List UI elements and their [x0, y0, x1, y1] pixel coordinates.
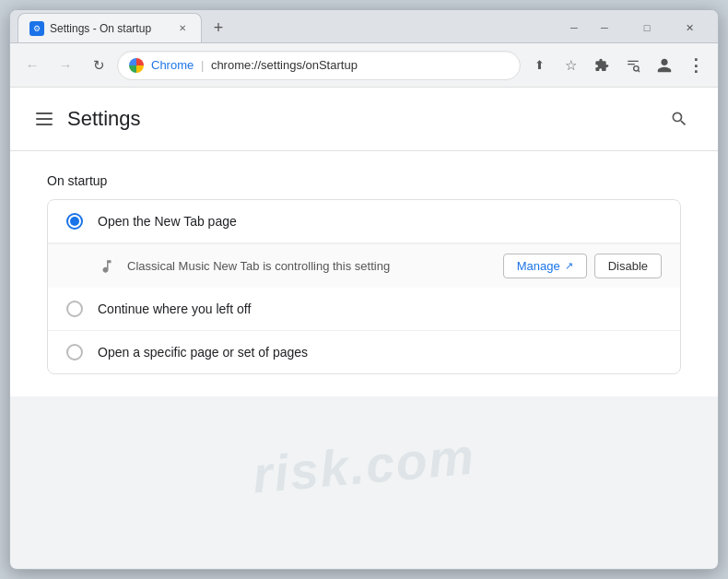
option-specific-page[interactable]: Open a specific page or set of pages — [48, 331, 680, 373]
tab-favicon: ⚙ — [29, 21, 44, 36]
settings-search-button[interactable] — [663, 102, 696, 136]
window-close-button[interactable]: ✕ — [668, 15, 710, 41]
toolbar-right-icons: ⬆ ☆ ⋮ — [524, 51, 710, 80]
startup-options-card: Open the New Tab page Classical Music Ne… — [47, 199, 681, 374]
address-url: chrome://settings/onStartup — [211, 58, 358, 72]
profile-button[interactable] — [650, 51, 679, 80]
page-wrapper: Settings On startup Open the New Tab pag… — [10, 88, 718, 569]
browser-toolbar: ← → ↻ Chrome | chrome://settings/onStart… — [10, 43, 718, 88]
active-tab[interactable]: ⚙ Settings - On startup ✕ — [18, 13, 202, 42]
hamburger-line-1 — [36, 112, 53, 114]
settings-title-row: Settings — [32, 107, 141, 131]
settings-body: On startup Open the New Tab page Classic… — [10, 151, 718, 396]
reload-button[interactable]: ↻ — [84, 51, 113, 80]
back-button[interactable]: ← — [18, 51, 47, 80]
radio-continue[interactable] — [66, 301, 83, 317]
hamburger-line-3 — [36, 124, 53, 125]
settings-header: Settings — [10, 88, 718, 151]
option-new-tab-label: Open the New Tab page — [98, 214, 237, 229]
option-new-tab[interactable]: Open the New Tab page — [48, 200, 680, 243]
option-continue-label: Continue where you left off — [98, 301, 251, 316]
title-bar-inner: ⚙ Settings - On startup ✕ + ─ ─ □ ✕ — [18, 13, 710, 42]
tab-title: Settings - On startup — [50, 22, 170, 35]
address-bar[interactable]: Chrome | chrome://settings/onStartup — [117, 51, 521, 80]
extension-notice: Classical Music New Tab is controlling t… — [48, 243, 680, 288]
svg-rect-1 — [628, 64, 635, 65]
page-content: Settings On startup Open the New Tab pag… — [10, 88, 718, 396]
settings-page-title: Settings — [67, 107, 141, 131]
option-continue[interactable]: Continue where you left off — [48, 288, 680, 331]
window-minimize-button[interactable]: ─ — [565, 15, 583, 41]
extensions-button[interactable] — [587, 51, 616, 80]
browser-window: ⚙ Settings - On startup ✕ + ─ ─ □ ✕ ← → … — [9, 9, 719, 570]
share-button[interactable]: ⬆ — [524, 51, 554, 80]
title-bar: ⚙ Settings - On startup ✕ + ─ ─ □ ✕ — [10, 10, 718, 43]
tab-search-button[interactable] — [618, 51, 648, 80]
hamburger-menu-button[interactable] — [32, 109, 56, 129]
address-chrome-label: Chrome — [151, 58, 194, 72]
manage-button[interactable]: Manage ↗ — [503, 254, 587, 278]
watermark: risk.com — [251, 427, 478, 505]
site-icon — [129, 58, 144, 73]
forward-button[interactable]: → — [51, 51, 80, 80]
svg-rect-0 — [628, 60, 639, 61]
hamburger-line-2 — [36, 118, 53, 120]
extension-notice-text: Classical Music New Tab is controlling t… — [127, 259, 492, 273]
radio-new-tab[interactable] — [66, 213, 83, 230]
address-separator: | — [201, 58, 204, 72]
tab-close-button[interactable]: ✕ — [175, 21, 190, 36]
option-specific-page-label: Open a specific page or set of pages — [98, 345, 308, 360]
new-tab-button[interactable]: + — [205, 15, 231, 41]
svg-line-3 — [638, 70, 639, 71]
address-text: Chrome | chrome://settings/onStartup — [151, 58, 509, 72]
menu-button[interactable]: ⋮ — [681, 51, 710, 80]
window-controls: ─ ─ □ ✕ — [565, 15, 710, 41]
bookmark-button[interactable]: ☆ — [556, 51, 585, 80]
window-minimize-button[interactable]: ─ — [583, 15, 626, 41]
external-link-icon: ↗ — [565, 260, 573, 272]
section-title: On startup — [47, 173, 681, 188]
extension-buttons: Manage ↗ Disable — [503, 254, 662, 278]
radio-specific-page[interactable] — [66, 344, 83, 360]
disable-button[interactable]: Disable — [594, 254, 662, 278]
extension-icon — [98, 257, 116, 276]
window-maximize-button[interactable]: □ — [626, 15, 668, 41]
